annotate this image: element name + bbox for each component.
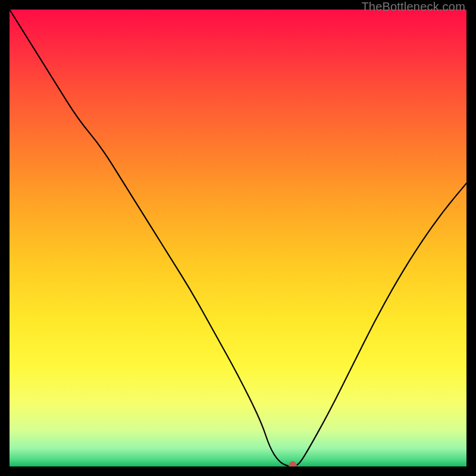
watermark-text: TheBottleneck.com <box>361 0 465 14</box>
chart-container: TheBottleneck.com <box>0 0 476 476</box>
bottleneck-curve <box>10 10 466 466</box>
plot-area <box>10 10 466 466</box>
